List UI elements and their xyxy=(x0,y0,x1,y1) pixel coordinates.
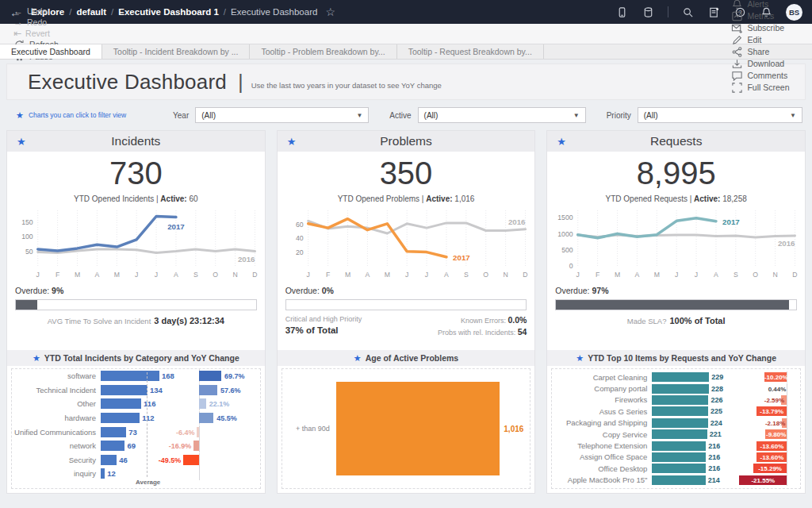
title-divider: | xyxy=(238,70,243,94)
priority-select[interactable]: (All)▼ xyxy=(638,107,802,123)
problems-subchart-header[interactable]: ★ Age of Active Problems xyxy=(278,350,535,366)
subscribe-button[interactable]: Subscribe xyxy=(724,22,806,34)
yoy-bar[interactable]: -10.20% xyxy=(720,372,800,382)
requests-list-icon[interactable] xyxy=(707,6,721,19)
requests-top10-chart[interactable]: Carpet Cleaning229-10.20%Company portal2… xyxy=(551,368,801,489)
year-select[interactable]: (All)▼ xyxy=(195,107,369,123)
share-button[interactable]: Share xyxy=(724,46,806,58)
metrics-button[interactable]: Metrics xyxy=(724,10,806,22)
category-row[interactable]: hardware11245.5% xyxy=(12,411,260,425)
tab-executive-dashboard[interactable]: Executive Dashboard xyxy=(0,44,102,59)
age-chart-row[interactable]: + than 90d1,016 xyxy=(282,369,530,488)
yoy-bar[interactable] xyxy=(170,468,260,479)
problems-header[interactable]: ★ Problems xyxy=(278,131,535,152)
incidents-header[interactable]: ★ Incidents xyxy=(7,131,265,152)
star-icon: ★ xyxy=(33,353,40,364)
category-bar[interactable]: 112 xyxy=(101,413,170,423)
category-row[interactable]: Technical Incident13457.6% xyxy=(12,383,260,398)
yoy-bar[interactable]: -16.9% xyxy=(170,441,260,451)
svg-text:F: F xyxy=(596,271,599,279)
tab-tooltip-incident-breakdown-by-[interactable]: Tooltip - Incident Breakdown by ... xyxy=(102,44,251,59)
yoy-bar[interactable]: 22.1% xyxy=(170,398,260,409)
yoy-bar[interactable]: -13.60% xyxy=(720,441,800,451)
incidents-kpi: 730 xyxy=(7,152,265,191)
category-bar[interactable]: 134 xyxy=(101,385,170,395)
top10-row[interactable]: Packaging and Shipping224-2.18% xyxy=(552,418,800,429)
category-row[interactable]: Security46-49.5% xyxy=(12,453,260,468)
item-bar[interactable]: 221 xyxy=(652,429,720,439)
category-bar[interactable]: 12 xyxy=(101,468,170,479)
top10-row[interactable]: Office Desktop216-15.29% xyxy=(552,463,800,474)
comments-button[interactable]: Comments xyxy=(724,70,806,82)
top10-row[interactable]: Assign Office Space216-13.60% xyxy=(552,452,800,463)
yoy-bar[interactable]: -13.60% xyxy=(720,452,800,462)
yoy-bar[interactable]: 0.44% xyxy=(720,384,800,394)
item-bar[interactable]: 216 xyxy=(652,441,720,451)
incidents-category-chart[interactable]: software16869.7%Technical Incident13457.… xyxy=(11,368,261,489)
svg-text:O: O xyxy=(483,271,488,279)
category-row[interactable]: Other11622.1% xyxy=(12,397,260,411)
age-bar[interactable] xyxy=(336,382,500,475)
yoy-bar[interactable]: -49.5% xyxy=(170,455,260,465)
requests-subchart-header[interactable]: ★ YTD Top 10 Items by Requests and YoY C… xyxy=(547,350,805,366)
category-bar[interactable]: 168 xyxy=(101,371,170,381)
item-bar[interactable]: 216 xyxy=(652,464,720,473)
item-bar[interactable]: 216 xyxy=(652,452,720,462)
category-row[interactable]: network69-16.9% xyxy=(12,439,260,453)
category-bar[interactable]: 69 xyxy=(101,441,170,451)
yoy-bar[interactable]: -15.29% xyxy=(720,464,800,473)
data-source-icon[interactable] xyxy=(642,6,655,19)
item-bar[interactable]: 228 xyxy=(652,384,720,394)
breadcrumb-item[interactable]: Executive Dashboard 1 xyxy=(118,7,219,17)
yoy-bar[interactable]: -2.59% xyxy=(720,395,800,405)
item-label: Asus G Series xyxy=(552,407,652,416)
requests-header[interactable]: ★ Requests xyxy=(547,131,805,152)
item-bar[interactable]: 214 xyxy=(652,475,720,485)
yoy-bar[interactable]: -2.18% xyxy=(720,418,800,428)
yoy-bar[interactable]: -9.80% xyxy=(720,429,800,439)
top10-row[interactable]: Copy Service221-9.80% xyxy=(552,429,800,440)
edit-button[interactable]: Edit xyxy=(724,34,806,46)
item-bar[interactable]: 226 xyxy=(652,395,720,405)
breadcrumb-item[interactable]: Executive Dashboard xyxy=(231,7,317,17)
yoy-bar[interactable]: -6.4% xyxy=(170,427,260,437)
device-preview-icon[interactable] xyxy=(615,6,629,19)
requests-trend-chart[interactable]: 050010001500JFMAMJJASOND20162017 xyxy=(550,207,802,280)
top10-row[interactable]: Company portal2280.44% xyxy=(552,383,800,394)
top10-row[interactable]: Fireworks226-2.59% xyxy=(552,394,800,406)
top10-row[interactable]: Telephone Extension216-13.60% xyxy=(552,440,800,451)
category-bar[interactable]: 116 xyxy=(101,398,170,409)
alerts-button[interactable]: Alerts xyxy=(724,0,806,10)
category-row[interactable]: software16869.7% xyxy=(12,369,260,383)
yoy-bar[interactable]: 45.5% xyxy=(170,413,260,423)
filter-note-label: Charts you can click to filter view xyxy=(29,111,126,119)
problems-age-chart[interactable]: + than 90d1,016 xyxy=(282,368,531,489)
incidents-panel: ★ Incidents 730 YTD Opened Incidents | A… xyxy=(6,130,266,494)
problems-trend-chart[interactable]: 204060JFMAMJJASOND20162017 xyxy=(281,207,532,280)
search-icon[interactable] xyxy=(681,6,695,19)
top10-row[interactable]: Carpet Cleaning229-10.20% xyxy=(552,371,800,383)
category-bar[interactable]: 73 xyxy=(101,427,170,437)
yoy-bar[interactable]: -13.79% xyxy=(720,406,800,416)
top10-row[interactable]: Asus G Series225-13.79% xyxy=(552,406,800,417)
tab-tooltip-problem-breakdown-by-[interactable]: Tooltip - Problem Breakdown by... xyxy=(250,44,396,59)
yoy-bar[interactable]: -21.55% xyxy=(720,475,800,485)
favorite-star-icon[interactable]: ☆ xyxy=(325,6,335,18)
item-bar[interactable]: 225 xyxy=(652,406,720,416)
category-row[interactable]: Unified Communications73-6.4% xyxy=(12,425,260,439)
item-bar[interactable]: 224 xyxy=(652,418,720,428)
breadcrumb[interactable]: Explore/default/Executive Dashboard 1/Ex… xyxy=(31,7,317,17)
yoy-bar[interactable]: 57.6% xyxy=(170,385,260,395)
item-label: Carpet Cleaning xyxy=(552,373,652,382)
download-button[interactable]: Download xyxy=(724,58,806,70)
active-select[interactable]: (All)▼ xyxy=(418,107,586,123)
top10-row[interactable]: Apple MacBook Pro 15"214-21.55% xyxy=(552,475,800,486)
svg-text:J: J xyxy=(695,271,698,279)
incidents-trend-chart[interactable]: 50100150JFMAMJJASOND20162017 xyxy=(10,207,262,280)
incidents-subchart-header[interactable]: ★ YTD Total Incidents by Category and Yo… xyxy=(7,350,265,366)
breadcrumb-item[interactable]: default xyxy=(76,7,106,17)
tab-tooltip-request-breakdown-by-[interactable]: Tooltip - Request Breakdown by... xyxy=(397,44,544,59)
yoy-bar[interactable]: 69.7% xyxy=(170,371,260,381)
item-bar[interactable]: 229 xyxy=(652,372,720,382)
full-screen-button[interactable]: Full Screen xyxy=(724,82,806,94)
